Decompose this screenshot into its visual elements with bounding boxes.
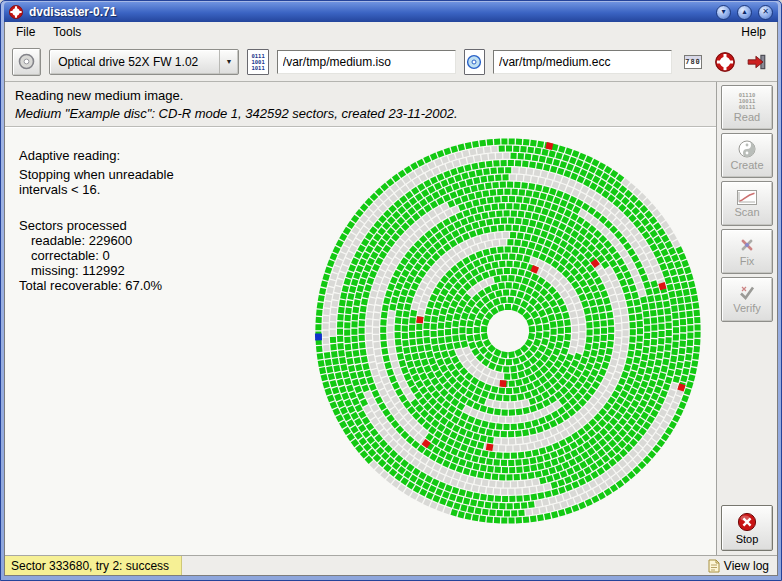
stopping-line-2: intervals < 16.	[19, 182, 289, 197]
optical-disc-icon	[18, 53, 35, 70]
verify-button[interactable]: Verify	[721, 277, 773, 322]
verify-check-icon	[738, 285, 756, 301]
reading-panel: Adaptive reading: Stopping when unreadab…	[5, 128, 716, 555]
close-button[interactable]: ✕	[758, 5, 773, 20]
drive-select-value: Optical drive 52X FW 1.02	[50, 55, 219, 69]
view-log-label: View log	[724, 559, 769, 573]
read-label: Read	[734, 112, 760, 123]
fix-label: Fix	[740, 256, 755, 267]
sectors-readable: readable: 229600	[19, 233, 289, 248]
menu-file[interactable]: File	[7, 23, 44, 41]
read-button[interactable]: 01110 10011 00111 Read	[721, 85, 773, 130]
exit-arrow-icon	[747, 53, 767, 71]
status-line-1: Reading new medium image.	[15, 87, 706, 105]
ecc-file-input[interactable]	[493, 50, 672, 74]
quit-button[interactable]	[744, 49, 770, 75]
total-recoverable: Total recoverable: 67.0%	[19, 278, 289, 293]
fix-button[interactable]: Fix	[721, 229, 773, 274]
status-message: Sector 333680, try 2: success	[5, 556, 182, 575]
toolbar-right-group: 780	[680, 49, 770, 75]
scan-label: Scan	[734, 207, 759, 218]
image-file-input[interactable]	[277, 50, 456, 74]
disc-spiral-visualization	[305, 128, 711, 534]
app-lifebuoy-icon	[9, 5, 23, 19]
adaptive-reading-title: Adaptive reading:	[19, 148, 289, 163]
menu-tools[interactable]: Tools	[44, 23, 90, 41]
app-frame: File Tools Help Optical drive 52X FW 1.0…	[4, 22, 778, 576]
toolbar: Optical drive 52X FW 1.02 ▼ 0111 1001 10…	[5, 42, 777, 82]
menubar: File Tools Help	[5, 22, 777, 42]
status-line-2: Medium "Example disc": CD-R mode 1, 3425…	[15, 105, 706, 123]
preferences-icon: 780	[684, 55, 702, 69]
scan-chart-icon	[737, 190, 757, 205]
read-binary-icon: 01110 10011 00111	[739, 92, 756, 110]
create-yinyang-icon	[738, 140, 756, 158]
status-info-area: Reading new medium image. Medium "Exampl…	[5, 82, 716, 126]
drive-select[interactable]: Optical drive 52X FW 1.02 ▼	[49, 49, 239, 75]
action-sidebar: 01110 10011 00111 Read	[716, 82, 777, 555]
stopping-line-1: Stopping when unreadable	[19, 167, 289, 182]
statusbar: Sector 333680, try 2: success View log	[5, 555, 777, 575]
ecc-file-icon	[464, 49, 485, 75]
sectors-correctable: correctable: 0	[19, 248, 289, 263]
stop-label: Stop	[736, 534, 759, 545]
body: Reading new medium image. Medium "Exampl…	[5, 82, 777, 555]
verify-label: Verify	[733, 303, 761, 314]
minimize-button[interactable]: ▾	[716, 5, 731, 20]
image-file-icon: 0111 1001 1011	[247, 49, 268, 75]
create-button[interactable]: Create	[721, 133, 773, 178]
sectors-missing: missing: 112992	[19, 263, 289, 278]
lifebuoy-icon	[715, 52, 735, 72]
drive-button[interactable]	[12, 48, 41, 76]
maximize-button[interactable]: ▴	[737, 5, 752, 20]
sectors-processed-title: Sectors processed	[19, 218, 289, 233]
create-label: Create	[730, 160, 763, 171]
dropdown-arrow-icon: ▼	[219, 50, 237, 74]
log-page-icon	[708, 559, 720, 573]
preferences-button[interactable]: 780	[680, 49, 706, 75]
app-window: dvdisaster-0.71 ▾ ▴ ✕ File Tools Help Op…	[0, 0, 782, 581]
titlebar[interactable]: dvdisaster-0.71 ▾ ▴ ✕	[4, 2, 778, 22]
stop-button[interactable]: Stop	[721, 505, 773, 551]
window-title: dvdisaster-0.71	[27, 5, 710, 19]
view-log-button[interactable]: View log	[700, 556, 777, 575]
fix-tools-icon	[738, 236, 756, 254]
help-button[interactable]	[712, 49, 738, 75]
stop-icon	[737, 512, 757, 532]
scan-button[interactable]: Scan	[721, 181, 773, 226]
menu-help[interactable]: Help	[732, 23, 775, 41]
reading-stats-panel: Adaptive reading: Stopping when unreadab…	[19, 148, 289, 293]
